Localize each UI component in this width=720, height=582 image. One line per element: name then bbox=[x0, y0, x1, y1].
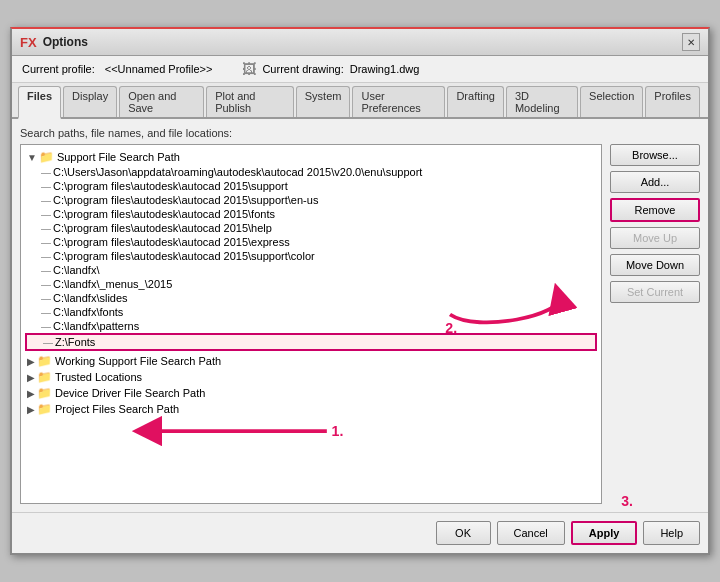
app-icon: FX bbox=[20, 35, 37, 50]
current-profile-label: Current profile: bbox=[22, 63, 95, 75]
title-bar: FX Options ✕ bbox=[12, 29, 708, 56]
tab-open-save[interactable]: Open and Save bbox=[119, 86, 204, 117]
tree-item-path12[interactable]: — C:\landfx\patterns bbox=[25, 319, 597, 333]
tab-profiles[interactable]: Profiles bbox=[645, 86, 700, 117]
tab-3d-modeling[interactable]: 3D Modeling bbox=[506, 86, 578, 117]
tree-label: C:\program files\autodesk\autocad 2015\s… bbox=[53, 250, 315, 262]
move-up-button[interactable]: Move Up bbox=[610, 227, 700, 249]
tree-item-path11[interactable]: — C:\landfx\fonts bbox=[25, 305, 597, 319]
set-current-button[interactable]: Set Current bbox=[610, 281, 700, 303]
arrow-icon: — bbox=[43, 337, 53, 348]
folder-icon: 📁 bbox=[39, 150, 54, 164]
browse-button[interactable]: Browse... bbox=[610, 144, 700, 166]
tree-label: C:\landfx\slides bbox=[53, 292, 128, 304]
expand-icon: ▶ bbox=[27, 388, 35, 399]
folder-icon: 📁 bbox=[37, 354, 52, 368]
expand-icon: ▶ bbox=[27, 356, 35, 367]
window-title: Options bbox=[43, 35, 88, 49]
tree-label: Working Support File Search Path bbox=[55, 355, 221, 367]
current-profile-value: <<Unnamed Profile>> bbox=[105, 63, 213, 75]
content-area: Search paths, file names, and file locat… bbox=[12, 119, 708, 512]
move-down-button[interactable]: Move Down bbox=[610, 254, 700, 276]
tab-files[interactable]: Files bbox=[18, 86, 61, 119]
tree-label: C:\program files\autodesk\autocad 2015\f… bbox=[53, 208, 275, 220]
folder-icon: 📁 bbox=[37, 402, 52, 416]
tree-item-device-driver[interactable]: ▶ 📁 Device Driver File Search Path bbox=[25, 385, 597, 401]
tree-label: C:\landfx\patterns bbox=[53, 320, 139, 332]
tree-item-path4[interactable]: — C:\program files\autodesk\autocad 2015… bbox=[25, 207, 597, 221]
tree-label: C:\program files\autodesk\autocad 2015\s… bbox=[53, 194, 318, 206]
tree-label: C:\Users\Jason\appdata\roaming\autodesk\… bbox=[53, 166, 422, 178]
current-drawing-label: Current drawing: bbox=[262, 63, 343, 75]
tree-label: C:\program files\autodesk\autocad 2015\h… bbox=[53, 222, 272, 234]
tab-display[interactable]: Display bbox=[63, 86, 117, 117]
main-area: ▼ 📁 Support File Search Path — C:\Users\… bbox=[20, 144, 700, 504]
arrow-icon: — bbox=[41, 167, 51, 178]
arrow-icon: — bbox=[41, 293, 51, 304]
arrow-icon: — bbox=[41, 307, 51, 318]
tree-label: C:\program files\autodesk\autocad 2015\e… bbox=[53, 236, 290, 248]
arrow-icon: — bbox=[41, 223, 51, 234]
add-button[interactable]: Add... bbox=[610, 171, 700, 193]
tree-item-path1[interactable]: — C:\Users\Jason\appdata\roaming\autodes… bbox=[25, 165, 597, 179]
tree-item-project-files[interactable]: ▶ 📁 Project Files Search Path bbox=[25, 401, 597, 417]
folder-icon: 📁 bbox=[37, 386, 52, 400]
tree-label: C:\landfx\fonts bbox=[53, 306, 123, 318]
tree-item-path6[interactable]: — C:\program files\autodesk\autocad 2015… bbox=[25, 235, 597, 249]
title-bar-left: FX Options bbox=[20, 35, 88, 50]
options-dialog: FX Options ✕ Current profile: <<Unnamed … bbox=[10, 27, 710, 555]
tab-user-preferences[interactable]: User Preferences bbox=[352, 86, 445, 117]
arrow-icon: — bbox=[41, 237, 51, 248]
bottom-bar: 3. OK Cancel Apply Help bbox=[12, 512, 708, 553]
tree-label: Project Files Search Path bbox=[55, 403, 179, 415]
arrow-icon: — bbox=[41, 209, 51, 220]
tree-item-path2[interactable]: — C:\program files\autodesk\autocad 2015… bbox=[25, 179, 597, 193]
section-label: Search paths, file names, and file locat… bbox=[20, 127, 700, 139]
tree-item-path3[interactable]: — C:\program files\autodesk\autocad 2015… bbox=[25, 193, 597, 207]
remove-button[interactable]: Remove bbox=[610, 198, 700, 222]
tree-item-path8[interactable]: — C:\landfx\ bbox=[25, 263, 597, 277]
arrow-icon: — bbox=[41, 321, 51, 332]
current-drawing-value: Drawing1.dwg bbox=[350, 63, 420, 75]
tree-item-path10[interactable]: — C:\landfx\slides bbox=[25, 291, 597, 305]
tree-label: C:\program files\autodesk\autocad 2015\s… bbox=[53, 180, 288, 192]
close-button[interactable]: ✕ bbox=[682, 33, 700, 51]
profile-bar: Current profile: <<Unnamed Profile>> 🖼 C… bbox=[12, 56, 708, 83]
tree-item-support-root[interactable]: ▼ 📁 Support File Search Path bbox=[25, 149, 597, 165]
expand-icon: ▼ bbox=[27, 152, 37, 163]
tab-selection[interactable]: Selection bbox=[580, 86, 643, 117]
help-button[interactable]: Help bbox=[643, 521, 700, 545]
tree-container[interactable]: ▼ 📁 Support File Search Path — C:\Users\… bbox=[20, 144, 602, 504]
tab-drafting[interactable]: Drafting bbox=[447, 86, 504, 117]
arrow-icon: — bbox=[41, 251, 51, 262]
tab-system[interactable]: System bbox=[296, 86, 351, 117]
tab-bar: Files Display Open and Save Plot and Pub… bbox=[12, 83, 708, 119]
drawing-section: 🖼 Current drawing: Drawing1.dwg bbox=[242, 61, 419, 77]
arrow-icon: — bbox=[41, 279, 51, 290]
tree-label: Device Driver File Search Path bbox=[55, 387, 205, 399]
expand-icon: ▶ bbox=[27, 404, 35, 415]
tree-label: Trusted Locations bbox=[55, 371, 142, 383]
tree-item-path5[interactable]: — C:\program files\autodesk\autocad 2015… bbox=[25, 221, 597, 235]
folder-icon: 📁 bbox=[37, 370, 52, 384]
apply-button[interactable]: Apply bbox=[571, 521, 638, 545]
expand-icon: ▶ bbox=[27, 372, 35, 383]
ok-button[interactable]: OK bbox=[436, 521, 491, 545]
tree-item-z-fonts[interactable]: — Z:\Fonts bbox=[25, 333, 597, 351]
tree-label: Z:\Fonts bbox=[55, 336, 95, 348]
tree-item-trusted[interactable]: ▶ 📁 Trusted Locations bbox=[25, 369, 597, 385]
tree-item-path9[interactable]: — C:\landfx\_menus_\2015 bbox=[25, 277, 597, 291]
tree-label: Support File Search Path bbox=[57, 151, 180, 163]
arrow-icon: — bbox=[41, 265, 51, 276]
tree-label: C:\landfx\ bbox=[53, 264, 99, 276]
tree-item-path7[interactable]: — C:\program files\autodesk\autocad 2015… bbox=[25, 249, 597, 263]
cancel-button[interactable]: Cancel bbox=[497, 521, 565, 545]
drawing-icon: 🖼 bbox=[242, 61, 256, 77]
arrow-icon: — bbox=[41, 181, 51, 192]
tree-item-working-support[interactable]: ▶ 📁 Working Support File Search Path bbox=[25, 353, 597, 369]
tab-plot-publish[interactable]: Plot and Publish bbox=[206, 86, 294, 117]
arrow-icon: — bbox=[41, 195, 51, 206]
tree-label: C:\landfx\_menus_\2015 bbox=[53, 278, 172, 290]
buttons-panel: Browse... Add... Remove Move Up Move Dow… bbox=[610, 144, 700, 504]
step3-label: 3. bbox=[621, 493, 633, 509]
